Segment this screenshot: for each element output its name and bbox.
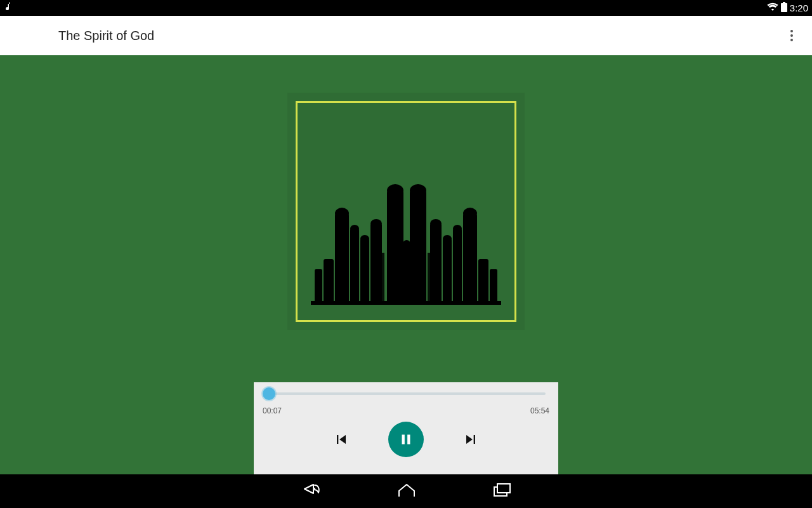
svg-rect-17 <box>315 269 322 305</box>
svg-rect-22 <box>443 239 452 305</box>
svg-point-7 <box>403 240 410 248</box>
svg-rect-14 <box>370 224 382 305</box>
seek-bar[interactable] <box>254 389 558 399</box>
back-button[interactable] <box>301 481 321 502</box>
clock-time: 3:20 <box>790 3 808 13</box>
recents-button[interactable] <box>492 482 511 501</box>
svg-rect-8 <box>335 213 349 305</box>
svg-point-25 <box>430 219 442 228</box>
svg-rect-31 <box>428 253 430 304</box>
previous-button[interactable] <box>332 431 350 448</box>
svg-rect-6 <box>403 243 410 305</box>
svg-point-19 <box>463 208 477 219</box>
elapsed-time: 00:07 <box>263 406 282 415</box>
svg-point-9 <box>335 208 349 219</box>
recents-icon <box>492 482 511 498</box>
svg-rect-3 <box>410 190 426 305</box>
battery-icon <box>781 2 787 14</box>
skip-next-icon <box>462 431 480 448</box>
svg-rect-24 <box>430 224 442 305</box>
content-area: 00:07 05:54 <box>0 55 812 474</box>
album-art-frame <box>296 101 516 322</box>
pause-icon <box>398 431 414 448</box>
overflow-menu-button[interactable] <box>784 23 799 48</box>
svg-rect-10 <box>350 229 359 305</box>
pause-button[interactable] <box>388 422 424 457</box>
svg-rect-18 <box>463 213 477 305</box>
seek-thumb[interactable] <box>263 387 275 400</box>
album-art <box>287 93 525 330</box>
svg-rect-0 <box>781 3 787 12</box>
svg-rect-32 <box>432 260 434 304</box>
status-bar: 3:20 <box>0 0 812 16</box>
svg-rect-27 <box>490 269 497 305</box>
player-panel: 00:07 05:54 <box>254 382 558 474</box>
svg-rect-20 <box>453 229 462 305</box>
svg-rect-34 <box>497 484 510 493</box>
svg-point-4 <box>387 184 403 197</box>
navigation-bar <box>0 474 812 508</box>
organ-pipes-icon <box>311 183 501 305</box>
app-bar: The Spirit of God <box>0 16 812 55</box>
next-button[interactable] <box>462 431 480 448</box>
svg-rect-28 <box>311 301 501 305</box>
duration-time: 05:54 <box>530 406 549 415</box>
home-button[interactable] <box>397 482 416 501</box>
home-icon <box>397 482 416 498</box>
svg-rect-1 <box>783 2 785 4</box>
svg-point-11 <box>350 225 359 232</box>
svg-rect-30 <box>378 260 380 304</box>
svg-rect-26 <box>478 259 488 305</box>
svg-point-23 <box>443 235 452 243</box>
back-icon <box>301 481 321 499</box>
svg-rect-2 <box>387 190 403 305</box>
music-note-icon <box>4 3 11 14</box>
svg-point-5 <box>410 184 426 197</box>
svg-point-13 <box>360 235 369 243</box>
skip-previous-icon <box>332 431 350 448</box>
svg-point-15 <box>370 219 382 228</box>
svg-rect-12 <box>360 239 369 305</box>
wifi-icon <box>767 3 778 13</box>
svg-rect-29 <box>382 253 384 304</box>
svg-point-21 <box>453 225 462 232</box>
svg-rect-16 <box>324 259 334 305</box>
page-title: The Spirit of God <box>13 29 154 43</box>
